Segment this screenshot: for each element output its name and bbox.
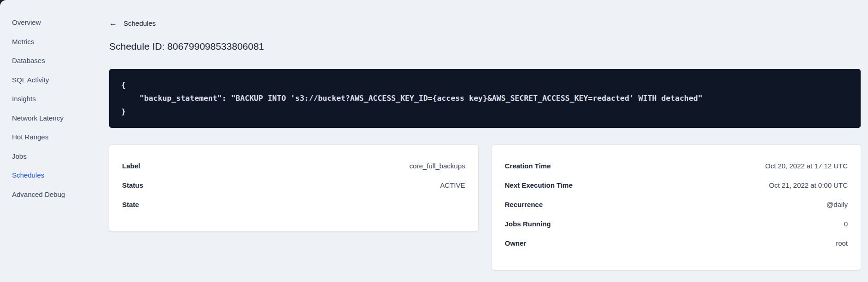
row-next-execution-time-value: Oct 21, 2022 at 0:00 UTC: [769, 181, 848, 189]
sidebar-item-insights[interactable]: Insights: [0, 89, 88, 109]
code-line: {: [121, 78, 849, 92]
row-label: Label core_full_backups: [122, 156, 465, 175]
sidebar-item-sql-activity[interactable]: SQL Activity: [0, 70, 88, 90]
sidebar-item-overview[interactable]: Overview: [0, 13, 88, 32]
sidebar-nav: Overview Metrics Databases SQL Activity …: [0, 0, 88, 282]
schedule-timing-card: Creation Time Oct 20, 2022 at 17:12 UTC …: [492, 145, 861, 270]
row-recurrence-key: Recurrence: [505, 201, 543, 208]
row-state-key: State: [122, 201, 139, 208]
row-creation-time-key: Creation Time: [505, 162, 551, 170]
row-jobs-running: Jobs Running 0: [505, 214, 848, 233]
status-badge: ACTIVE: [440, 181, 465, 189]
sidebar-item-hot-ranges[interactable]: Hot Ranges: [0, 127, 88, 147]
row-creation-time: Creation Time Oct 20, 2022 at 17:12 UTC: [505, 156, 848, 175]
sidebar-item-schedules[interactable]: Schedules: [0, 166, 88, 185]
sidebar-item-jobs[interactable]: Jobs: [0, 147, 88, 166]
row-status-key: Status: [122, 181, 143, 189]
sidebar-item-metrics[interactable]: Metrics: [0, 32, 88, 52]
row-owner-key: Owner: [505, 239, 527, 247]
sidebar-item-databases[interactable]: Databases: [0, 51, 88, 70]
row-jobs-running-key: Jobs Running: [505, 220, 551, 228]
detail-cards: Label core_full_backups Status ACTIVE St…: [109, 145, 861, 270]
code-line: }: [121, 105, 849, 118]
row-next-execution-time-key: Next Execution Time: [505, 181, 573, 189]
sidebar-item-network-latency[interactable]: Network Latency: [0, 109, 88, 128]
page-title: Schedule ID: 806799098533806081: [109, 40, 861, 53]
row-state: State: [122, 195, 465, 214]
backup-statement-code-block: { "backup_statement": "BACKUP INTO 's3:/…: [109, 69, 861, 128]
row-next-execution-time: Next Execution Time Oct 21, 2022 at 0:00…: [505, 175, 848, 195]
schedule-status-card: Label core_full_backups Status ACTIVE St…: [109, 145, 478, 231]
sidebar-item-advanced-debug[interactable]: Advanced Debug: [0, 185, 88, 204]
row-status: Status ACTIVE: [122, 175, 465, 195]
row-label-value: core_full_backups: [410, 162, 465, 170]
row-recurrence: Recurrence @daily: [505, 195, 848, 214]
back-to-schedules-link[interactable]: ← Schedules: [109, 18, 156, 28]
back-link-label: Schedules: [123, 19, 156, 27]
row-creation-time-value: Oct 20, 2022 at 17:12 UTC: [765, 162, 848, 170]
main-content: ← Schedules Schedule ID: 806799098533806…: [88, 0, 868, 282]
row-owner: Owner root: [505, 233, 848, 253]
code-line: "backup_statement": "BACKUP INTO 's3://b…: [121, 92, 849, 105]
back-arrow-icon: ←: [109, 19, 117, 27]
schedule-details-page: Overview Metrics Databases SQL Activity …: [0, 0, 868, 282]
row-owner-value: root: [836, 239, 848, 247]
row-jobs-running-value: 0: [844, 220, 848, 228]
row-recurrence-value: @daily: [827, 201, 848, 208]
row-label-key: Label: [122, 162, 140, 170]
